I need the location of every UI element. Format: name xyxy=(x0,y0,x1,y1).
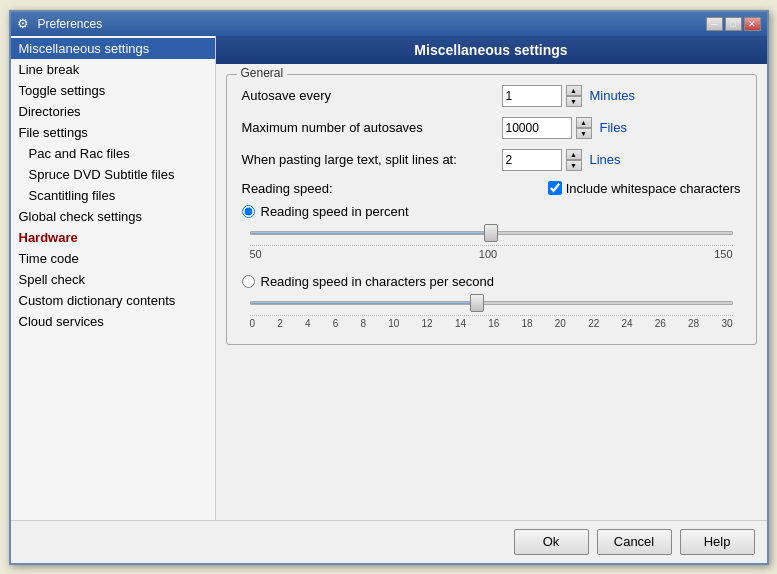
ok-button[interactable]: Ok xyxy=(514,529,589,555)
max-autosaves-row: Maximum number of autosaves ▲ ▼ Files xyxy=(242,117,741,139)
slider1-labels: 50 100 150 xyxy=(250,245,733,260)
slider2-track xyxy=(250,301,733,305)
slider2-container: 0 2 4 6 8 10 12 14 16 18 20 22 2 xyxy=(250,293,733,329)
panel-content: General Autosave every ▲ ▼ Minutes xyxy=(216,64,767,520)
radio1-label: Reading speed in percent xyxy=(261,204,409,219)
autosave-row: Autosave every ▲ ▼ Minutes xyxy=(242,85,741,107)
autosave-label: Autosave every xyxy=(242,88,502,103)
sidebar-item-global-check[interactable]: Global check settings xyxy=(11,206,215,227)
slider2-label-22: 22 xyxy=(588,318,599,329)
sidebar-item-hardware[interactable]: Hardware xyxy=(11,227,215,248)
slider1-track-area xyxy=(250,223,733,243)
sidebar-item-spell-check[interactable]: Spell check xyxy=(11,269,215,290)
slider2-thumb[interactable] xyxy=(470,294,484,312)
include-whitespace-wrapper: Include whitespace characters xyxy=(548,181,741,196)
autosave-spin: ▲ ▼ xyxy=(502,85,582,107)
title-bar-buttons: ─ □ ✕ xyxy=(706,17,761,31)
radio-percent[interactable] xyxy=(242,205,255,218)
slider2-fill xyxy=(251,302,477,304)
slider2-label-2: 2 xyxy=(277,318,283,329)
slider2-label-28: 28 xyxy=(688,318,699,329)
sidebar-item-cloud-services[interactable]: Cloud services xyxy=(11,311,215,332)
sidebar-item-custom-dictionary[interactable]: Custom dictionary contents xyxy=(11,290,215,311)
slider1-label-100: 100 xyxy=(479,248,497,260)
radio2-row: Reading speed in characters per second xyxy=(242,274,741,289)
slider1-label-50: 50 xyxy=(250,248,262,260)
autosave-unit: Minutes xyxy=(590,88,636,103)
footer: Ok Cancel Help xyxy=(11,520,767,563)
autosave-down-button[interactable]: ▼ xyxy=(566,96,582,107)
window-title: Preferences xyxy=(38,17,103,31)
autosave-input[interactable] xyxy=(502,85,562,107)
general-group: General Autosave every ▲ ▼ Minutes xyxy=(226,74,757,345)
max-autosaves-down-button[interactable]: ▼ xyxy=(576,128,592,139)
radio1-row: Reading speed in percent xyxy=(242,204,741,219)
main-panel: Miscellaneous settings General Autosave … xyxy=(216,36,767,520)
sidebar-item-scantitling[interactable]: Scantitling files xyxy=(11,185,215,206)
radio2-label: Reading speed in characters per second xyxy=(261,274,494,289)
split-lines-label: When pasting large text, split lines at: xyxy=(242,152,502,167)
slider2-label-30: 30 xyxy=(721,318,732,329)
slider2-label-20: 20 xyxy=(555,318,566,329)
content-area: Miscellaneous settingsLine breakToggle s… xyxy=(11,36,767,520)
sidebar-item-spruce-dvd[interactable]: Spruce DVD Subtitle files xyxy=(11,164,215,185)
cancel-button[interactable]: Cancel xyxy=(597,529,672,555)
slider2-label-10: 10 xyxy=(388,318,399,329)
max-autosaves-label: Maximum number of autosaves xyxy=(242,120,502,135)
sidebar-item-directories[interactable]: Directories xyxy=(11,101,215,122)
split-lines-unit: Lines xyxy=(590,152,621,167)
slider2-labels: 0 2 4 6 8 10 12 14 16 18 20 22 2 xyxy=(250,315,733,329)
slider2-label-8: 8 xyxy=(361,318,367,329)
help-button[interactable]: Help xyxy=(680,529,755,555)
panel-header: Miscellaneous settings xyxy=(216,36,767,64)
sidebar-item-pac-and-rac[interactable]: Pac and Rac files xyxy=(11,143,215,164)
slider2-label-4: 4 xyxy=(305,318,311,329)
slider2-label-18: 18 xyxy=(522,318,533,329)
sidebar-item-file-settings[interactable]: File settings xyxy=(11,122,215,143)
autosave-spin-buttons: ▲ ▼ xyxy=(566,85,582,107)
max-autosaves-unit: Files xyxy=(600,120,627,135)
slider1-label-150: 150 xyxy=(714,248,732,260)
slider1-thumb[interactable] xyxy=(484,224,498,242)
title-bar: ⚙ Preferences ─ □ ✕ xyxy=(11,12,767,36)
split-lines-input[interactable] xyxy=(502,149,562,171)
minimize-button[interactable]: ─ xyxy=(706,17,723,31)
slider2-label-16: 16 xyxy=(488,318,499,329)
app-icon: ⚙ xyxy=(17,16,33,32)
slider2-label-0: 0 xyxy=(250,318,256,329)
split-lines-spin: ▲ ▼ xyxy=(502,149,582,171)
autosave-up-button[interactable]: ▲ xyxy=(566,85,582,96)
split-lines-down-button[interactable]: ▼ xyxy=(566,160,582,171)
sidebar-item-miscellaneous-settings[interactable]: Miscellaneous settings xyxy=(11,38,215,59)
slider1-fill xyxy=(251,232,492,234)
include-whitespace-checkbox[interactable] xyxy=(548,181,562,195)
reading-speed-label: Reading speed: xyxy=(242,181,333,196)
slider2-label-14: 14 xyxy=(455,318,466,329)
slider2-label-12: 12 xyxy=(422,318,433,329)
radio-chars[interactable] xyxy=(242,275,255,288)
sidebar-item-line-break[interactable]: Line break xyxy=(11,59,215,80)
title-bar-left: ⚙ Preferences xyxy=(17,16,103,32)
slider2-label-24: 24 xyxy=(621,318,632,329)
max-autosaves-spin-buttons: ▲ ▼ xyxy=(576,117,592,139)
max-autosaves-spin: ▲ ▼ xyxy=(502,117,592,139)
sidebar: Miscellaneous settingsLine breakToggle s… xyxy=(11,36,216,520)
maximize-button[interactable]: □ xyxy=(725,17,742,31)
split-lines-up-button[interactable]: ▲ xyxy=(566,149,582,160)
slider2-label-26: 26 xyxy=(655,318,666,329)
slider2-track-area xyxy=(250,293,733,313)
preferences-window: ⚙ Preferences ─ □ ✕ Miscellaneous settin… xyxy=(9,10,769,565)
include-whitespace-label: Include whitespace characters xyxy=(566,181,741,196)
max-autosaves-input[interactable] xyxy=(502,117,572,139)
close-button[interactable]: ✕ xyxy=(744,17,761,31)
split-lines-row: When pasting large text, split lines at:… xyxy=(242,149,741,171)
group-label: General xyxy=(237,66,288,80)
slider2-label-6: 6 xyxy=(333,318,339,329)
sidebar-item-time-code[interactable]: Time code xyxy=(11,248,215,269)
sidebar-item-toggle-settings[interactable]: Toggle settings xyxy=(11,80,215,101)
max-autosaves-up-button[interactable]: ▲ xyxy=(576,117,592,128)
slider1-container: 50 100 150 xyxy=(250,223,733,260)
split-lines-spin-buttons: ▲ ▼ xyxy=(566,149,582,171)
